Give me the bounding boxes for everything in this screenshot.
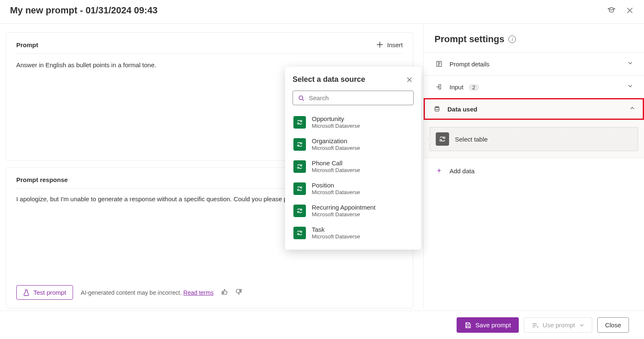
svg-point-8 [301,142,302,144]
data-source-sub: Microsoft Dataverse [312,123,360,129]
data-source-name: Position [312,182,360,189]
svg-point-14 [301,209,302,210]
dataverse-icon [293,227,306,239]
info-icon[interactable]: i [508,35,516,43]
svg-point-1 [435,106,439,108]
close-icon[interactable] [626,6,634,15]
input-icon [434,83,444,90]
dataverse-icon [293,160,306,173]
search-box[interactable] [293,91,414,105]
data-source-name: Organization [312,137,360,145]
svg-point-7 [298,144,299,146]
thumbs-up-icon[interactable] [221,288,228,297]
dataverse-icon [293,182,306,195]
data-source-name: Recurring Appointment [312,204,376,211]
page-title: My new prompt - 01/31/2024 09:43 [10,5,157,16]
details-icon [434,61,444,67]
data-used-highlight: Data used [424,98,644,120]
search-input[interactable] [309,94,408,101]
data-source-item[interactable]: Position Microsoft Dataverse [293,177,414,200]
svg-point-15 [298,233,299,235]
footer: Save prompt Use prompt Close [0,311,644,339]
chevron-up-icon [629,105,635,113]
select-table-button[interactable]: Select table [429,127,638,151]
data-source-item[interactable]: Organization Microsoft Dataverse [293,133,414,155]
database-icon [432,106,442,112]
data-source-list: Opportunity Microsoft Dataverse Organiza… [293,111,414,244]
data-source-sub: Microsoft Dataverse [312,211,376,218]
dataverse-icon [293,205,306,217]
search-icon [298,95,305,101]
svg-point-16 [301,231,302,233]
svg-point-13 [298,211,299,213]
chevron-down-icon [627,83,633,91]
header-actions [607,6,634,15]
accordion-prompt-details[interactable]: Prompt details [424,52,644,75]
chevron-down-icon [627,60,633,68]
chevron-down-icon [579,323,584,328]
dataverse-icon [293,138,306,151]
data-source-sub: Microsoft Dataverse [312,233,360,240]
learn-icon[interactable] [607,6,616,15]
use-prompt-button: Use prompt [524,317,592,333]
data-source-item[interactable]: Task Microsoft Dataverse [293,222,414,244]
svg-point-6 [301,120,302,122]
dataverse-icon [293,116,306,129]
thumbs-down-icon[interactable] [235,288,242,297]
insert-button[interactable]: Insert [376,41,403,48]
page-header: My new prompt - 01/31/2024 09:43 [0,0,644,24]
settings-panel: Prompt settings i Prompt details Input 2 [423,24,644,309]
plus-icon: + [434,167,444,175]
data-source-name: Opportunity [312,115,360,123]
pointer-triangle [427,136,430,142]
svg-point-5 [298,122,299,124]
data-used-body: Select table [424,120,644,158]
svg-point-2 [440,139,442,141]
input-count-badge: 2 [469,84,479,91]
data-source-name: Task [312,226,360,233]
data-source-sub: Microsoft Dataverse [312,145,360,151]
svg-point-4 [299,96,303,99]
data-source-item[interactable]: Opportunity Microsoft Dataverse [293,111,414,133]
svg-point-3 [443,137,445,139]
popover-title: Select a data source [293,75,365,84]
svg-point-10 [301,164,302,166]
data-source-item[interactable]: Recurring Appointment Microsoft Datavers… [293,200,414,222]
data-source-popover: Select a data source Opportunity Microso… [285,67,421,250]
data-source-sub: Microsoft Dataverse [312,189,360,195]
dataverse-icon [436,132,449,146]
prompt-section-title: Prompt [16,41,38,48]
svg-point-9 [298,167,299,168]
ai-disclaimer: AI-generated content may be incorrect. R… [81,289,213,296]
data-source-name: Phone Call [312,159,360,167]
svg-point-11 [298,189,299,190]
close-button[interactable]: Close [597,317,629,333]
svg-point-12 [301,187,302,188]
accordion-data-used[interactable]: Data used [425,99,643,119]
data-source-item[interactable]: Phone Call Microsoft Dataverse [293,155,414,177]
popover-close-icon[interactable] [405,76,414,84]
insert-label: Insert [387,41,403,48]
settings-title: Prompt settings [434,34,504,45]
add-data-button[interactable]: + Add data [424,158,644,184]
accordion-input[interactable]: Input 2 [424,75,644,98]
test-prompt-button[interactable]: Test prompt [16,285,73,300]
save-prompt-button[interactable]: Save prompt [457,317,519,333]
data-source-sub: Microsoft Dataverse [312,167,360,173]
read-terms-link[interactable]: Read terms [183,289,213,296]
